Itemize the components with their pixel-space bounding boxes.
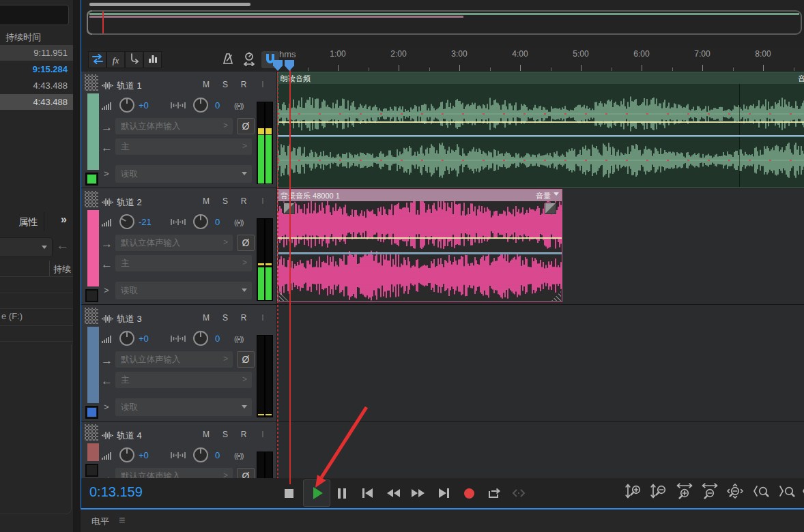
volume-knob[interactable] bbox=[119, 98, 134, 113]
volume-value[interactable]: -21 bbox=[139, 217, 152, 227]
panel-menu-icon[interactable]: ≡ bbox=[119, 514, 125, 527]
levels-panel-title[interactable]: 电平 bbox=[91, 516, 109, 528]
duration-column-label[interactable]: 持续 bbox=[45, 263, 71, 276]
arm-record-button[interactable]: R bbox=[239, 196, 248, 206]
pause-button[interactable] bbox=[332, 478, 352, 508]
time-ruler[interactable]: hms 1:002:003:004:005:006:007:008:00 bbox=[277, 48, 804, 72]
zoom-out-horizontal-button[interactable] bbox=[700, 483, 720, 499]
solo-button[interactable]: S bbox=[220, 313, 230, 323]
automation-mode-select[interactable]: 读取 bbox=[115, 165, 252, 183]
navigator-playhead[interactable] bbox=[102, 12, 104, 33]
sends-toggle-button[interactable] bbox=[125, 51, 143, 68]
track-drag-handle-icon[interactable] bbox=[85, 308, 98, 324]
track-color-chip[interactable] bbox=[85, 464, 98, 477]
track-drag-handle-icon[interactable] bbox=[85, 424, 98, 441]
chevron-right-icon[interactable]: > bbox=[104, 402, 109, 412]
volume-envelope-line[interactable] bbox=[278, 121, 804, 123]
clip-volume-label[interactable]: 音量 bbox=[536, 191, 559, 201]
volume-knob[interactable] bbox=[119, 447, 134, 462]
automation-mode-select[interactable]: 读取 bbox=[115, 282, 252, 299]
go-to-end-button[interactable] bbox=[433, 478, 454, 508]
track-name[interactable]: 轨道 2 bbox=[117, 196, 142, 209]
clip[interactable]: 背景音乐 48000 1 音量 bbox=[277, 189, 562, 302]
tab-properties[interactable]: 属性 bbox=[18, 216, 38, 228]
input-monitoring-icon[interactable]: ((•)) bbox=[234, 452, 244, 460]
track-lane[interactable]: 背景音乐 48000 1 音量 bbox=[277, 188, 804, 304]
input-select[interactable]: 默认立体声输入> bbox=[115, 351, 233, 368]
rewind-button[interactable] bbox=[383, 478, 403, 508]
record-button[interactable] bbox=[459, 478, 479, 508]
automation-mode-select[interactable]: 读取 bbox=[115, 398, 252, 416]
output-select[interactable]: 主> bbox=[115, 138, 252, 155]
zoom-in-horizontal-button[interactable] bbox=[674, 483, 695, 499]
pan-knob[interactable] bbox=[193, 331, 208, 346]
go-to-start-button[interactable] bbox=[357, 478, 377, 508]
file-row-duration[interactable]: 4:43.488 bbox=[0, 78, 73, 93]
track-name[interactable]: 轨道 1 bbox=[117, 80, 142, 92]
input-monitoring-icon[interactable]: ((•)) bbox=[234, 102, 244, 110]
pan-value[interactable]: 0 bbox=[215, 100, 220, 110]
playhead-line[interactable] bbox=[289, 61, 291, 484]
filter-dropdown[interactable] bbox=[0, 237, 53, 257]
pan-knob[interactable] bbox=[193, 447, 208, 462]
pan-value[interactable]: 0 bbox=[215, 334, 220, 344]
effects-toggle-button[interactable]: fx bbox=[106, 51, 125, 68]
input-monitor-button[interactable]: I bbox=[258, 196, 268, 206]
solo-button[interactable]: S bbox=[220, 80, 230, 89]
arm-record-button[interactable]: R bbox=[239, 313, 248, 323]
volume-value[interactable]: +0 bbox=[139, 100, 149, 110]
input-monitor-button[interactable]: I bbox=[258, 80, 268, 89]
phase-invert-button[interactable]: Ø bbox=[237, 351, 255, 368]
mute-button[interactable]: M bbox=[201, 430, 211, 439]
mute-button[interactable]: M bbox=[201, 80, 211, 89]
fast-forward-button[interactable] bbox=[407, 478, 428, 508]
stop-button[interactable] bbox=[278, 478, 299, 508]
metronome-toggle-button[interactable] bbox=[219, 51, 237, 68]
inputs-outputs-toggle-button[interactable] bbox=[88, 51, 106, 68]
solo-button[interactable]: S bbox=[220, 196, 230, 206]
file-row-duration[interactable]: 9:15.284 bbox=[0, 61, 73, 77]
zoom-out-vertical-button[interactable] bbox=[649, 483, 670, 499]
volume-knob[interactable] bbox=[117, 211, 137, 232]
track-color-chip[interactable] bbox=[85, 289, 98, 302]
phase-invert-button[interactable]: Ø bbox=[237, 235, 255, 251]
arm-record-button[interactable]: R bbox=[239, 430, 248, 439]
pan-value[interactable]: 0 bbox=[215, 450, 220, 460]
input-monitoring-icon[interactable]: ((•)) bbox=[234, 335, 244, 343]
duration-column-header[interactable]: 持续时间 bbox=[5, 31, 41, 44]
zoom-to-in-point-button[interactable] bbox=[751, 483, 771, 499]
track-name[interactable]: 轨道 3 bbox=[117, 313, 142, 325]
clip-header[interactable]: 背景音乐 48000 1 音量 bbox=[278, 190, 562, 201]
panel-overflow-chevron-icon[interactable]: » bbox=[61, 213, 67, 226]
input-monitor-button[interactable]: I bbox=[258, 313, 268, 323]
clip-header[interactable]: 朗读音频 音 bbox=[278, 72, 804, 84]
track-drag-handle-icon[interactable] bbox=[85, 74, 98, 91]
track-lane[interactable]: 朗读音频 音 bbox=[277, 72, 804, 188]
drive-row[interactable]: e (F:) bbox=[1, 311, 23, 321]
zoom-out-full-button[interactable] bbox=[725, 483, 745, 499]
file-row-duration[interactable]: 4:43.488 bbox=[0, 94, 73, 110]
phase-invert-button[interactable]: Ø bbox=[237, 118, 255, 134]
skip-selection-button[interactable] bbox=[508, 478, 529, 508]
back-arrow-icon[interactable]: ← bbox=[56, 238, 69, 253]
search-input[interactable] bbox=[0, 5, 69, 25]
volume-value[interactable]: +0 bbox=[139, 334, 149, 344]
volume-envelope-line[interactable] bbox=[278, 237, 562, 239]
clip[interactable]: 朗读音频 音 bbox=[277, 72, 804, 188]
output-select[interactable]: 主> bbox=[115, 372, 252, 388]
play-button[interactable] bbox=[306, 478, 327, 508]
file-row-duration[interactable]: 9:11.951 bbox=[0, 45, 73, 61]
track-color-chip[interactable] bbox=[85, 173, 98, 186]
zoom-to-selection-button[interactable] bbox=[800, 483, 804, 499]
zoom-to-out-point-button[interactable] bbox=[777, 483, 797, 499]
volume-knob[interactable] bbox=[119, 331, 134, 346]
output-select[interactable]: 主> bbox=[115, 255, 252, 271]
input-monitor-button[interactable]: I bbox=[258, 430, 268, 439]
track-lane[interactable] bbox=[277, 305, 804, 421]
chevron-right-icon[interactable]: > bbox=[104, 168, 109, 179]
track-lane[interactable] bbox=[277, 422, 804, 479]
mute-button[interactable]: M bbox=[201, 196, 211, 206]
track-color-chip[interactable] bbox=[85, 406, 98, 419]
fade-out-handle[interactable] bbox=[545, 203, 556, 214]
input-monitoring-icon[interactable]: ((•)) bbox=[234, 218, 244, 226]
